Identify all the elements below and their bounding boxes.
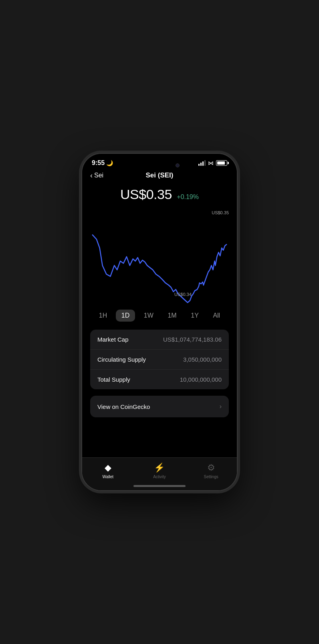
stat-row-market-cap: Market Cap US$1,074,774,183.06: [90, 330, 229, 350]
period-1y[interactable]: 1Y: [185, 310, 204, 322]
period-1m[interactable]: 1M: [162, 310, 182, 322]
period-all[interactable]: All: [207, 310, 226, 322]
time-period-selector: 1H 1D 1W 1M 1Y All: [82, 305, 237, 330]
home-indicator: [133, 485, 186, 487]
period-1w[interactable]: 1W: [138, 310, 159, 322]
activity-icon: ⚡: [154, 463, 165, 473]
content-scroll: US$0.35 +0.19% US$0.35 US$0.34: [82, 183, 237, 490]
price-area: US$0.35 +0.19%: [82, 183, 237, 209]
period-1d[interactable]: 1D: [116, 310, 135, 322]
wifi-icon: ⋈: [208, 160, 214, 166]
tab-activity[interactable]: ⚡ Activity: [145, 463, 174, 479]
back-button[interactable]: ‹ Sei: [90, 171, 103, 180]
back-label: Sei: [94, 172, 103, 179]
stat-label-circulating-supply: Circulating Supply: [97, 356, 146, 363]
page-title: Sei (SEI): [146, 171, 174, 179]
camera-dot: [176, 163, 180, 167]
chevron-right-icon: ›: [220, 403, 222, 410]
stat-label-market-cap: Market Cap: [97, 336, 129, 343]
screen: 9:55 🌙 ⋈ ‹ Sei Sei: [82, 154, 237, 490]
price-change: +0.19%: [177, 193, 199, 200]
back-chevron-icon: ‹: [90, 171, 93, 180]
stats-card: Market Cap US$1,074,774,183.06 Circulati…: [90, 330, 229, 389]
tab-settings-label: Settings: [204, 475, 218, 479]
stat-value-market-cap: US$1,074,774,183.06: [163, 336, 222, 343]
stat-value-total-supply: 10,000,000,000: [180, 376, 222, 383]
chart-low-label: US$0.34: [174, 292, 192, 297]
tab-wallet[interactable]: ◆ Wallet: [94, 463, 122, 479]
chart-container: US$0.35 US$0.34: [82, 209, 237, 305]
stat-label-total-supply: Total Supply: [97, 376, 130, 383]
stat-value-circulating-supply: 3,050,000,000: [183, 356, 222, 363]
tab-settings[interactable]: ⚙ Settings: [197, 463, 225, 479]
signal-icon: [198, 160, 206, 166]
moon-icon: 🌙: [106, 160, 113, 166]
price-chart: [89, 209, 230, 305]
coingecko-label: View on CoinGecko: [97, 403, 150, 410]
time-display: 9:55: [92, 159, 105, 167]
period-1h[interactable]: 1H: [93, 310, 113, 322]
settings-icon: ⚙: [207, 463, 215, 473]
stat-row-circulating-supply: Circulating Supply 3,050,000,000: [90, 350, 229, 370]
wallet-icon: ◆: [105, 463, 111, 473]
stat-row-total-supply: Total Supply 10,000,000,000: [90, 370, 229, 389]
dynamic-island: [135, 159, 184, 172]
tab-wallet-label: Wallet: [103, 475, 113, 479]
status-icons: ⋈: [198, 160, 227, 166]
coingecko-button[interactable]: View on CoinGecko ›: [90, 396, 229, 417]
status-time: 9:55 🌙: [92, 159, 113, 167]
chart-high-label: US$0.35: [212, 210, 229, 215]
current-price: US$0.35: [120, 187, 172, 202]
phone-frame: 9:55 🌙 ⋈ ‹ Sei Sei: [81, 153, 238, 491]
battery-icon: [216, 160, 227, 166]
tab-activity-label: Activity: [153, 475, 166, 479]
